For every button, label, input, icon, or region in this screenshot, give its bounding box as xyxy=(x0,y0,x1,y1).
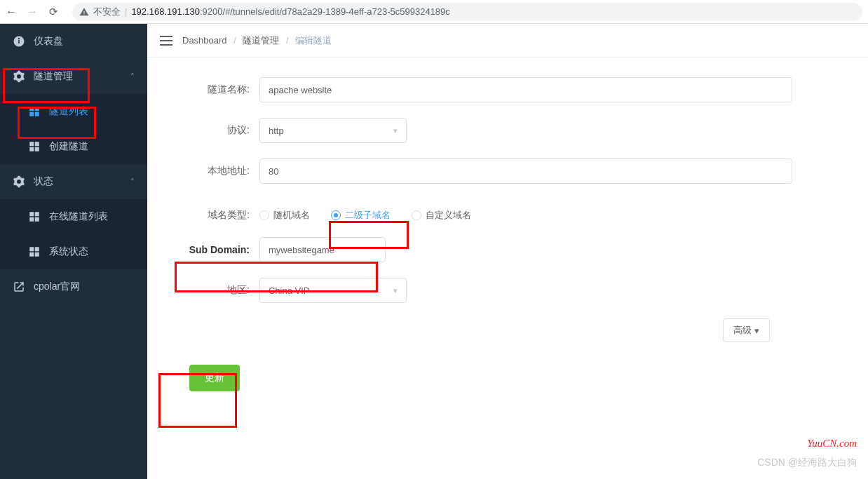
sidebar-item-online-list[interactable]: 在线隧道列表 xyxy=(0,199,147,234)
sidebar-label: 在线隧道列表 xyxy=(49,210,108,223)
svg-rect-2 xyxy=(29,112,34,116)
subdomain-label: Sub Domain: xyxy=(175,244,259,255)
chevron-up-icon: ˄ xyxy=(130,72,135,81)
sidebar-item-status[interactable]: 状态 ˄ xyxy=(0,164,147,199)
menu-toggle-icon[interactable] xyxy=(160,36,172,46)
svg-rect-12 xyxy=(29,247,34,251)
sidebar-item-system-status[interactable]: 系统状态 xyxy=(0,234,147,269)
sidebar-label: 创建隧道 xyxy=(49,140,88,153)
gauge-icon xyxy=(13,35,25,48)
svg-rect-13 xyxy=(35,247,39,251)
advanced-button[interactable]: 高级▾ xyxy=(723,318,770,342)
caret-down-icon: ▾ xyxy=(754,325,759,336)
protocol-label: 协议: xyxy=(175,124,259,137)
radio-sub-domain[interactable]: 二级子域名 xyxy=(331,209,391,222)
sidebar: 仪表盘 隧道管理 ˄ 隧道列表 创建隧道 状态 ˄ 在线隧道列表 系统状态 xyxy=(0,24,147,479)
update-button[interactable]: 更新 xyxy=(189,365,240,391)
sidebar-label: 仪表盘 xyxy=(34,35,63,48)
local-addr-label: 本地地址: xyxy=(175,165,259,177)
grid-icon xyxy=(28,140,41,153)
breadcrumb-dashboard[interactable]: Dashboard xyxy=(182,35,227,46)
chevron-down-icon: ▾ xyxy=(393,286,398,295)
radio-custom-domain[interactable]: 自定义域名 xyxy=(412,209,471,222)
gear-icon xyxy=(13,175,25,188)
sidebar-label: 隧道列表 xyxy=(49,105,88,118)
sidebar-item-tunnel-mgmt[interactable]: 隧道管理 ˄ xyxy=(0,59,147,94)
breadcrumb-current: 编辑隧道 xyxy=(295,35,332,46)
insecure-label: 不安全 xyxy=(93,6,121,18)
sidebar-label: 隧道管理 xyxy=(34,70,73,83)
region-select[interactable]: China VIP ▾ xyxy=(259,278,407,303)
sidebar-item-create-tunnel[interactable]: 创建隧道 xyxy=(0,129,147,164)
browser-toolbar: ← → ⟳ 不安全 | 192.168.191.130:9200/#/tunne… xyxy=(0,0,868,24)
sidebar-item-tunnel-list[interactable]: 隧道列表 xyxy=(0,94,147,129)
sidebar-label: cpolar官网 xyxy=(34,281,80,293)
domain-type-radios: 随机域名 二级子域名 自定义域名 xyxy=(259,209,471,222)
separator: | xyxy=(125,6,127,17)
grid-icon xyxy=(28,105,41,118)
svg-rect-8 xyxy=(29,212,34,216)
breadcrumb-tunnel-mgmt[interactable]: 隧道管理 xyxy=(243,35,279,46)
url-text: 192.168.191.130:9200/#/tunnels/edit/d78a… xyxy=(131,6,449,17)
svg-rect-14 xyxy=(29,252,34,257)
back-button[interactable]: ← xyxy=(6,6,17,18)
watermark-site: YuuCN.com xyxy=(807,438,857,450)
reload-button[interactable]: ⟳ xyxy=(49,6,58,18)
sidebar-item-cpolar[interactable]: cpolar官网 xyxy=(0,269,147,304)
address-bar[interactable]: 不安全 | 192.168.191.130:9200/#/tunnels/edi… xyxy=(72,3,862,21)
local-addr-input[interactable] xyxy=(259,158,792,184)
breadcrumb: Dashboard / 隧道管理 / 编辑隧道 xyxy=(182,34,332,47)
svg-rect-6 xyxy=(29,147,34,151)
protocol-select[interactable]: http ▾ xyxy=(259,118,407,143)
region-label: 地区: xyxy=(175,284,259,297)
name-label: 隧道名称: xyxy=(175,83,259,96)
nav-controls: ← → xyxy=(6,6,38,18)
insecure-icon xyxy=(79,7,89,17)
grid-icon xyxy=(28,210,41,223)
svg-rect-15 xyxy=(35,252,39,257)
domain-type-label: 域名类型: xyxy=(175,209,259,222)
subdomain-input[interactable] xyxy=(259,237,386,262)
sidebar-item-dashboard[interactable]: 仪表盘 xyxy=(0,24,147,59)
svg-rect-5 xyxy=(35,142,39,146)
chevron-up-icon: ˄ xyxy=(130,177,135,187)
topbar: Dashboard / 隧道管理 / 编辑隧道 xyxy=(147,24,868,58)
tunnel-name-input[interactable] xyxy=(259,77,792,102)
svg-rect-11 xyxy=(35,217,39,222)
svg-rect-1 xyxy=(35,107,39,111)
watermark-csdn: CSDN @经海路大白狗 xyxy=(757,457,857,469)
svg-rect-9 xyxy=(35,212,39,216)
sidebar-label: 状态 xyxy=(34,175,53,188)
svg-rect-0 xyxy=(29,107,34,111)
radio-random-domain[interactable]: 随机域名 xyxy=(259,209,310,222)
chevron-down-icon: ▾ xyxy=(393,126,398,135)
svg-rect-10 xyxy=(29,217,34,222)
external-link-icon xyxy=(13,281,25,293)
svg-rect-7 xyxy=(35,147,39,151)
sidebar-label: 系统状态 xyxy=(49,245,88,258)
gear-icon xyxy=(13,70,25,83)
forward-button[interactable]: → xyxy=(27,6,38,18)
grid-icon xyxy=(28,245,41,258)
svg-rect-3 xyxy=(35,112,39,116)
svg-rect-4 xyxy=(29,142,34,146)
form-content: 隧道名称: 协议: http ▾ 本地地址: 域名类型: 随机域名 二级子域名 xyxy=(147,58,868,479)
